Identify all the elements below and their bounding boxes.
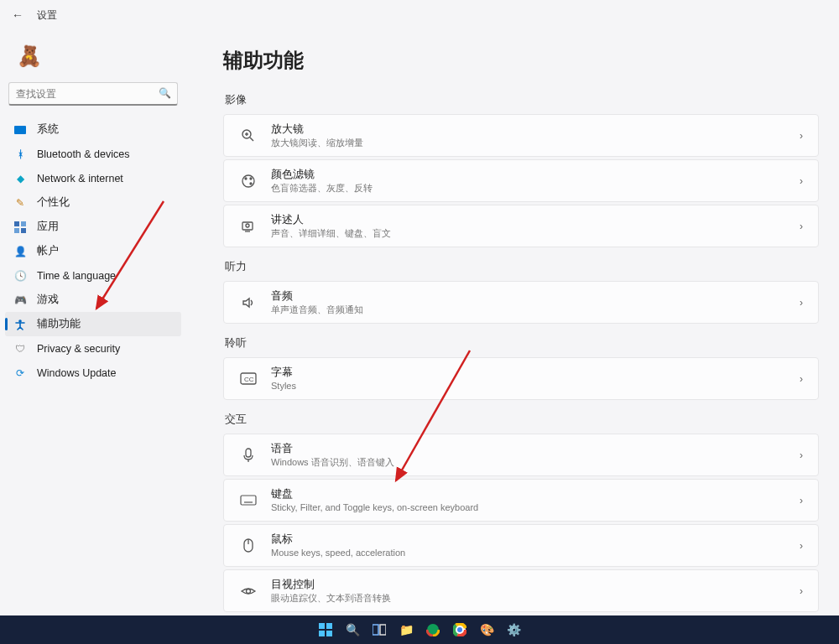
taskbar-search[interactable]: 🔍 <box>341 619 363 641</box>
svg-point-11 <box>250 178 252 179</box>
sidebar-item-label: 系统 <box>37 122 59 137</box>
settings-card-mouse[interactable]: 鼠标 Mouse keys, speed, acceleration › <box>223 524 819 567</box>
svg-text:CC: CC <box>244 376 254 383</box>
taskbar: 🔍 📁 🎨 ⚙️ <box>0 615 839 644</box>
settings-card-mic[interactable]: 语音 Windows 语音识别、语音键入 › <box>223 434 819 476</box>
card-subtitle: 放大镜阅读、缩放增量 <box>271 137 800 148</box>
settings-card-audio[interactable]: 音频 单声道音频、音频通知 › <box>223 281 819 324</box>
apps-icon <box>13 221 27 234</box>
card-title: 讲述人 <box>271 213 800 226</box>
clock-icon: 🕓 <box>13 269 27 283</box>
card-title: 键盘 <box>271 487 800 501</box>
refresh-icon: ⟳ <box>13 366 27 380</box>
chevron-right-icon: › <box>800 495 803 506</box>
settings-card-eye[interactable]: 目视控制 眼动追踪仪、文本到语音转换 › <box>223 569 819 612</box>
sidebar-item-label: Windows Update <box>37 367 117 379</box>
sidebar-item-label: 应用 <box>37 220 59 234</box>
svg-rect-18 <box>246 449 251 457</box>
sidebar-item-monitor[interactable]: 系统 <box>5 117 181 142</box>
svg-rect-1 <box>21 221 26 226</box>
sidebar-item-brush[interactable]: ✎个性化 <box>5 190 181 215</box>
taskbar-chrome[interactable] <box>449 619 471 641</box>
sidebar-item-label: Bluetooth & devices <box>37 148 130 160</box>
eye-icon <box>239 582 258 600</box>
audio-icon <box>239 293 258 312</box>
svg-rect-2 <box>14 228 19 233</box>
svg-point-29 <box>247 589 251 593</box>
card-title: 语音 <box>271 442 800 455</box>
card-title: 目视控制 <box>271 578 800 591</box>
person-icon: 👤 <box>13 245 27 258</box>
mic-icon <box>239 446 258 465</box>
monitor-icon <box>13 123 27 137</box>
sidebar-item-shield[interactable]: 🛡Privacy & security <box>5 336 181 361</box>
sidebar-item-gamepad[interactable]: 🎮游戏 <box>5 288 181 312</box>
sidebar-item-label: 个性化 <box>37 195 70 210</box>
taskbar-edge[interactable] <box>422 619 444 641</box>
svg-point-42 <box>457 627 462 632</box>
brush-icon: ✎ <box>13 196 27 210</box>
svg-rect-3 <box>21 228 26 233</box>
sidebar-item-clock[interactable]: 🕓Time & language <box>5 263 181 288</box>
chevron-right-icon: › <box>800 221 803 232</box>
sidebar-item-refresh[interactable]: ⟳Windows Update <box>5 361 181 385</box>
cc-icon: CC <box>239 370 258 388</box>
sidebar-item-person[interactable]: 👤帐户 <box>5 239 181 263</box>
settings-card-palette[interactable]: 颜色滤镜 色盲筛选器、灰度、反转 › <box>223 159 819 202</box>
narrator-icon <box>239 217 258 236</box>
card-subtitle: Mouse keys, speed, acceleration <box>271 547 800 558</box>
chevron-right-icon: › <box>800 130 803 142</box>
card-subtitle: 声音、详细详细、键盘、盲文 <box>271 227 800 239</box>
sidebar-item-label: Time & language <box>37 270 116 282</box>
back-button[interactable]: ← <box>12 8 23 22</box>
settings-card-cc[interactable]: CC 字幕 Styles › <box>223 357 819 400</box>
page-title: 辅助功能 <box>223 47 819 74</box>
taskbar-explorer[interactable]: 📁 <box>395 619 417 641</box>
main-content: 辅助功能 影像 放大镜 放大镜阅读、缩放增量 › 颜色滤镜 色盲筛选器、灰度、反… <box>186 30 839 615</box>
settings-card-narrator[interactable]: 讲述人 声音、详细详细、键盘、盲文 › <box>223 205 819 247</box>
svg-point-14 <box>246 224 249 227</box>
chevron-right-icon: › <box>800 449 803 461</box>
chevron-right-icon: › <box>800 297 803 309</box>
svg-rect-37 <box>380 625 386 635</box>
search-input[interactable] <box>8 82 178 106</box>
taskbar-paint[interactable]: 🎨 <box>476 619 498 641</box>
svg-point-9 <box>242 175 254 187</box>
settings-card-zoom[interactable]: 放大镜 放大镜阅读、缩放增量 › <box>223 114 819 157</box>
keyboard-icon <box>239 491 258 510</box>
card-title: 放大镜 <box>271 122 800 136</box>
card-subtitle: 单声道音频、音频通知 <box>271 304 800 315</box>
sidebar-search[interactable]: 🔍 <box>8 82 178 106</box>
sidebar-item-accessibility[interactable]: 辅助功能 <box>5 312 181 336</box>
user-avatar[interactable]: 🧸 <box>15 42 44 70</box>
svg-rect-34 <box>319 631 325 636</box>
svg-rect-0 <box>14 221 19 226</box>
shield-icon: 🛡 <box>13 342 27 356</box>
svg-point-10 <box>245 178 247 179</box>
chevron-right-icon: › <box>800 373 803 385</box>
svg-point-12 <box>250 183 252 184</box>
card-subtitle: Styles <box>271 380 800 392</box>
chevron-right-icon: › <box>800 540 803 552</box>
card-subtitle: 色盲筛选器、灰度、反转 <box>271 182 800 194</box>
sidebar-item-wifi[interactable]: ◆Network & internet <box>5 166 181 190</box>
section-label: 交互 <box>225 412 819 427</box>
taskbar-start[interactable] <box>315 619 336 641</box>
sidebar-item-bluetooth[interactable]: ᚼBluetooth & devices <box>5 142 181 166</box>
card-title: 鼠标 <box>271 532 800 546</box>
card-title: 颜色滤镜 <box>271 168 800 181</box>
card-subtitle: Windows 语音识别、语音键入 <box>271 456 800 468</box>
taskbar-taskview[interactable] <box>368 619 390 641</box>
sidebar-item-apps[interactable]: 应用 <box>5 215 181 239</box>
taskbar-settings[interactable]: ⚙️ <box>503 619 524 641</box>
svg-line-6 <box>250 138 253 141</box>
card-title: 字幕 <box>271 366 800 379</box>
wifi-icon: ◆ <box>13 172 27 185</box>
settings-card-keyboard[interactable]: 键盘 Sticky, Filter, and Toggle keys, on-s… <box>223 479 819 522</box>
card-title: 音频 <box>271 289 800 303</box>
gamepad-icon: 🎮 <box>13 293 27 307</box>
header-title: 设置 <box>37 8 57 23</box>
zoom-icon <box>239 127 258 145</box>
sidebar-item-label: 辅助功能 <box>37 317 81 331</box>
sidebar-item-label: Privacy & security <box>37 343 120 355</box>
